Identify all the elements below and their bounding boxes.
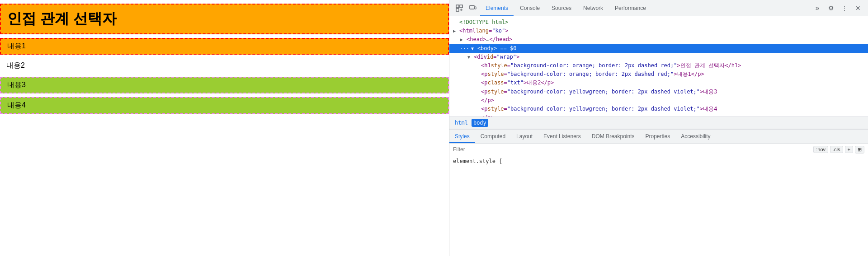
dom-triangle[interactable]: [453, 19, 459, 26]
dom-triangle[interactable]: ▶: [453, 28, 459, 35]
dom-triangle: [475, 88, 481, 96]
breadcrumb-body[interactable]: body: [472, 119, 488, 127]
dom-triangle: [475, 79, 481, 87]
tab-accessibility[interactable]: Accessibility: [675, 130, 716, 143]
tab-computed[interactable]: Computed: [475, 130, 511, 143]
dom-line-p2[interactable]: <p class="txt">내용2</p>: [449, 79, 868, 87]
svg-rect-1: [460, 5, 462, 8]
dom-triangle[interactable]: ▼: [471, 45, 477, 52]
preview-p1: 내용1: [0, 38, 449, 55]
preview-p2: 내용2: [0, 58, 449, 73]
dom-triangle[interactable]: ▶: [460, 36, 467, 43]
tab-properties[interactable]: Properties: [640, 130, 676, 143]
close-devtools-button[interactable]: ✕: [852, 2, 864, 14]
dom-line-p3-close[interactable]: </p>: [449, 96, 868, 105]
svg-rect-6: [475, 7, 476, 9]
dom-line-h1[interactable]: <h1 style="background-color: orange; bor…: [449, 61, 868, 70]
dom-line-html[interactable]: ▶ <html lang="ko">: [449, 27, 868, 35]
devtools-bottom-tabs: Styles Computed Layout Event Listeners D…: [449, 129, 868, 144]
more-tabs-button[interactable]: »: [811, 2, 824, 14]
breadcrumb: html body: [449, 116, 868, 129]
dom-line-p4[interactable]: <p style="background-color: yellowgreen;…: [449, 105, 868, 113]
more-options-button[interactable]: ⋮: [838, 2, 851, 14]
filter-bar: :hov .cls + ⊞: [449, 144, 868, 156]
tab-sources[interactable]: Sources: [546, 0, 577, 16]
filter-input[interactable]: [453, 146, 811, 153]
svg-rect-0: [456, 5, 459, 8]
tab-styles[interactable]: Styles: [449, 130, 475, 143]
svg-rect-5: [470, 5, 474, 9]
device-toolbar-icon[interactable]: [467, 2, 479, 14]
dom-triangle: [475, 97, 481, 104]
tab-network[interactable]: Network: [578, 0, 609, 16]
settings-button[interactable]: ⚙: [825, 2, 837, 14]
filter-hov-button[interactable]: :hov: [813, 146, 828, 153]
tab-console[interactable]: Console: [514, 0, 545, 16]
tab-performance[interactable]: Performance: [609, 0, 651, 16]
filter-cls-button[interactable]: .cls: [830, 146, 843, 153]
dom-line-doctype[interactable]: <!DOCTYPE html>: [449, 18, 868, 27]
element-style-rule: element.style {: [453, 158, 864, 164]
devtools-panel: Elements Console Sources Network Perform…: [449, 0, 868, 256]
preview-p3: 내용3: [0, 77, 449, 93]
svg-rect-2: [456, 9, 459, 11]
styles-panel: element.style {: [449, 156, 868, 256]
dom-triangle[interactable]: ▼: [467, 54, 474, 61]
dom-line-head[interactable]: ▶ <head>…</head>: [449, 35, 868, 44]
dom-line-p1[interactable]: <p style="background-color: orange; bord…: [449, 70, 868, 79]
dom-line-div-wrap[interactable]: ▼ <div id="wrap">: [449, 53, 868, 61]
preview-heading: 인접 관계 선택자: [0, 4, 449, 34]
tab-event-listeners[interactable]: Event Listeners: [538, 130, 586, 143]
dom-triangle: [475, 71, 481, 78]
dom-triangle: [475, 62, 481, 70]
filter-actions: :hov .cls + ⊞: [813, 146, 864, 154]
browser-preview: 인접 관계 선택자 내용1 내용2 내용3 내용4: [0, 0, 449, 256]
tab-layout[interactable]: Layout: [511, 130, 538, 143]
filter-plus-button[interactable]: +: [845, 146, 853, 153]
tab-dom-breakpoints[interactable]: DOM Breakpoints: [586, 130, 640, 143]
filter-more-button[interactable]: ⊞: [855, 146, 864, 154]
breadcrumb-html[interactable]: html: [453, 119, 470, 127]
devtools-toolbar: Elements Console Sources Network Perform…: [449, 0, 868, 16]
inspect-element-icon[interactable]: [453, 2, 466, 14]
devtools-right-icons: ⚙ ⋮ ✕: [825, 2, 864, 14]
dom-panel: <!DOCTYPE html> ▶ <html lang="ko"> ▶ <he…: [449, 16, 868, 116]
preview-p4: 내용4: [0, 97, 449, 114]
tab-elements[interactable]: Elements: [480, 0, 514, 16]
dom-line-body[interactable]: ··· ▼ <body> == $0: [449, 44, 868, 53]
dom-line-p3[interactable]: <p style="background-color: yellowgreen;…: [449, 88, 868, 96]
dom-triangle: [475, 106, 481, 113]
